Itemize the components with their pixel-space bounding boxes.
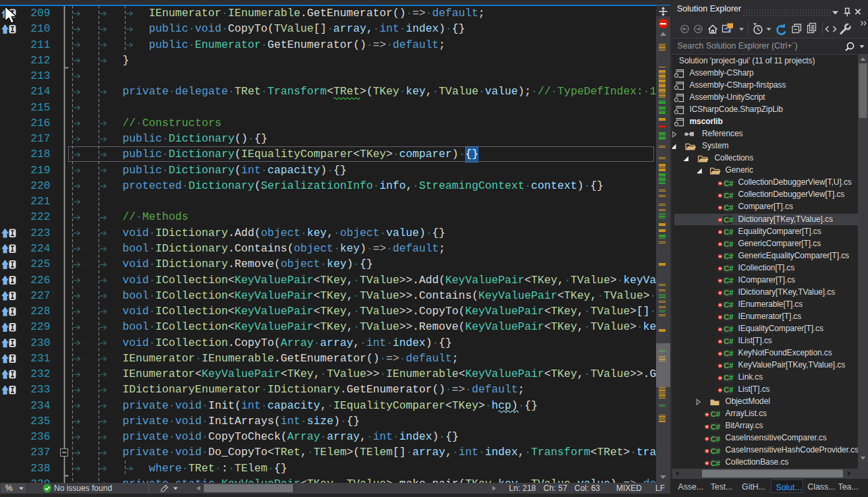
svg-text:C#: C# [711, 423, 721, 431]
svg-text:C#: C# [711, 447, 721, 455]
svg-text:C#: C# [724, 349, 734, 357]
svg-text:C#: C# [711, 435, 721, 443]
svg-text:C#: C# [724, 313, 734, 321]
svg-text:C#: C# [724, 374, 734, 382]
svg-text:C#: C# [724, 240, 734, 248]
svg-text:C#: C# [724, 264, 734, 272]
svg-text:C#: C# [724, 252, 734, 260]
svg-text:C#: C# [724, 192, 734, 200]
svg-text:C#: C# [724, 204, 734, 212]
svg-text:C#: C# [711, 410, 721, 418]
svg-text:C#: C# [724, 179, 734, 187]
svg-text:C#: C# [724, 216, 734, 224]
svg-text:C#: C# [724, 276, 734, 285]
svg-text:C#: C# [724, 228, 734, 236]
svg-text:C#: C# [711, 459, 721, 467]
svg-text:C#: C# [724, 361, 734, 370]
svg-text:C#: C# [724, 386, 734, 394]
svg-text:C#: C# [724, 325, 734, 333]
svg-text:C#: C# [724, 301, 734, 309]
svg-text:C#: C# [724, 337, 734, 345]
svg-text:C#: C# [724, 289, 734, 297]
